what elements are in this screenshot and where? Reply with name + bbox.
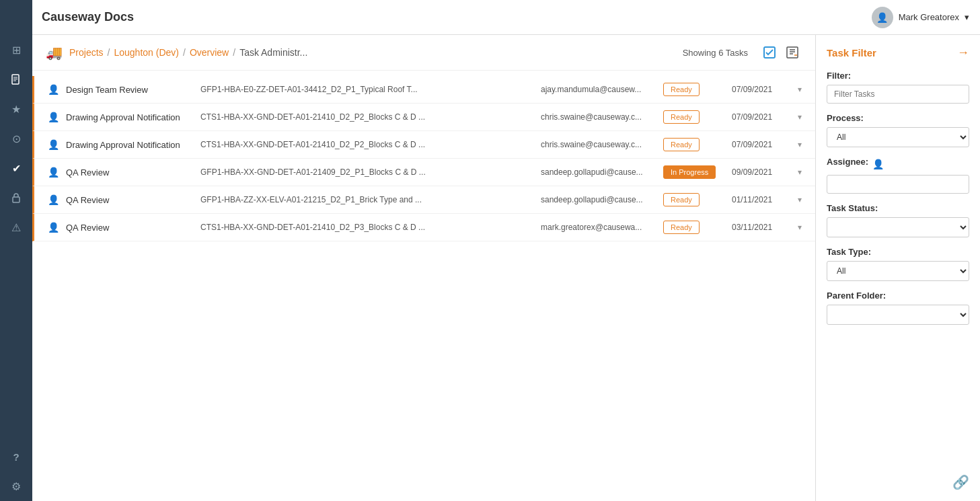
task-status: Ready <box>663 110 724 124</box>
task-row[interactable]: 👤 Design Team Review GFP1-HBA-E0-ZZ-DET-… <box>32 76 815 104</box>
status-badge: Ready <box>663 83 700 96</box>
task-status-select[interactable] <box>827 217 969 237</box>
panel-header: Task Filter → <box>827 46 969 60</box>
svg-rect-6 <box>787 47 798 58</box>
task-date: 07/09/2021 <box>732 85 792 94</box>
task-type-section: Task Type: All <box>827 247 969 281</box>
task-user-icon: 👤 <box>48 222 59 233</box>
breadcrumb: 🚚 Projects / Loughton (Dev) / Overview /… <box>32 35 815 71</box>
sep-2: / <box>183 47 186 58</box>
status-badge: Ready <box>663 193 700 206</box>
task-document: CTS1-HBA-XX-GND-DET-A01-21410_D2_P2_Bloc… <box>200 112 533 122</box>
status-badge: Ready <box>663 110 700 124</box>
avatar: 👤 <box>872 7 893 28</box>
task-row[interactable]: 👤 Drawing Approval Notification CTS1-HBA… <box>32 104 815 131</box>
sidebar-item-gear[interactable]: ⚙ <box>0 471 32 501</box>
sep-3: / <box>233 47 235 58</box>
task-date: 09/09/2021 <box>732 167 792 177</box>
process-select[interactable]: All <box>827 127 969 147</box>
sep-1: / <box>108 47 110 58</box>
sidebar-item-lock[interactable] <box>0 183 32 213</box>
task-user-icon: 👤 <box>48 194 59 205</box>
svg-rect-4 <box>13 197 20 202</box>
task-row[interactable]: 👤 QA Review CTS1-HBA-XX-GND-DET-A01-2141… <box>32 214 815 241</box>
task-name: Drawing Approval Notification <box>66 140 200 150</box>
panel-footer: 🔗 <box>827 474 969 490</box>
assignee-input[interactable] <box>827 175 969 194</box>
dropdown-arrow: ▾ <box>965 12 969 22</box>
task-status: Ready <box>663 138 724 151</box>
task-user-icon: 👤 <box>48 84 59 95</box>
breadcrumb-projects[interactable]: Projects <box>69 47 104 58</box>
task-type-select[interactable]: All <box>827 261 969 281</box>
showing-tasks: Showing 6 Tasks <box>683 48 748 58</box>
task-name: QA Review <box>66 195 200 205</box>
sidebar-item-warning[interactable]: ⚠ <box>0 213 32 242</box>
avatar-icon: 👤 <box>876 12 888 23</box>
task-status: In Progress <box>663 165 724 179</box>
task-name: Design Team Review <box>66 85 200 95</box>
task-assignee: chris.swaine@causeway.c... <box>541 112 655 122</box>
breadcrumb-current: Task Administr... <box>239 47 307 58</box>
task-name: Drawing Approval Notification <box>66 112 200 122</box>
status-badge: Ready <box>663 221 700 234</box>
sidebar-item-help[interactable]: ? <box>0 442 32 471</box>
task-type-label: Task Type: <box>827 247 969 257</box>
task-document: GFP1-HBA-E0-ZZ-DET-A01-34412_D2_P1_Typic… <box>200 85 533 94</box>
chevron-icon: ▾ <box>798 112 802 122</box>
link-icon[interactable]: 🔗 <box>952 474 969 490</box>
sidebar-item-starred[interactable]: ★ <box>0 94 32 124</box>
sidebar-item-tasks[interactable]: ✔ <box>0 153 32 183</box>
panel-arrow-btn[interactable]: → <box>957 46 969 60</box>
assignee-user-icon: 👤 <box>872 159 884 169</box>
task-row[interactable]: 👤 QA Review GFP1-HBA-XX-GND-DET-A01-2140… <box>32 159 815 186</box>
task-list: 👤 Design Team Review GFP1-HBA-E0-ZZ-DET-… <box>32 71 815 501</box>
task-user-icon: 👤 <box>48 112 59 122</box>
assignee-section: Assignee: 👤 <box>827 157 969 194</box>
app-title: Causeway Docs <box>42 10 872 24</box>
breadcrumb-overview[interactable]: Overview <box>190 47 229 58</box>
parent-folder-label: Parent Folder: <box>827 291 969 301</box>
task-date: 07/09/2021 <box>732 140 792 149</box>
parent-folder-select[interactable] <box>827 305 969 325</box>
sidebar-item-grid[interactable]: ⊞ <box>0 35 32 65</box>
user-menu[interactable]: 👤 Mark Greatorex ▾ <box>872 7 969 28</box>
user-name: Mark Greatorex <box>899 12 959 22</box>
task-name: QA Review <box>66 223 200 233</box>
app-header: ✦ Causeway Docs 👤 Mark Greatorex ▾ <box>0 0 980 35</box>
parent-folder-section: Parent Folder: <box>827 291 969 325</box>
status-badge: In Progress <box>663 165 716 179</box>
sidebar: ⊞ ★ ⊙ ✔ ⚠ ? ⚙ <box>0 0 32 501</box>
sidebar-item-settings-circle[interactable]: ⊙ <box>0 124 32 153</box>
checkbox-btn[interactable] <box>760 43 779 62</box>
task-user-icon: 👤 <box>48 139 59 150</box>
task-date: 01/11/2021 <box>732 195 792 204</box>
chevron-icon: ▾ <box>798 85 802 94</box>
chevron-icon: ▾ <box>798 223 802 232</box>
breadcrumb-icon: 🚚 <box>46 44 63 61</box>
task-status: Ready <box>663 193 724 206</box>
task-status-label: Task Status: <box>827 203 969 213</box>
task-name: QA Review <box>66 167 200 178</box>
sidebar-item-documents[interactable] <box>0 65 32 94</box>
task-date: 07/09/2021 <box>732 112 792 122</box>
panel-title: Task Filter <box>827 47 876 59</box>
process-section: Process: All <box>827 113 969 147</box>
chevron-icon: ▾ <box>798 140 802 149</box>
chevron-icon: ▾ <box>798 195 802 204</box>
filter-panel: Task Filter → Filter: Process: All Assig… <box>815 35 980 501</box>
task-assignee: mark.greatorex@causewa... <box>541 223 655 232</box>
assignee-label: Assignee: <box>827 157 868 167</box>
task-assignee: sandeep.gollapudi@cause... <box>541 195 655 204</box>
task-document: GFP1-HBA-XX-GND-DET-A01-21409_D2_P1_Bloc… <box>200 167 533 177</box>
task-row[interactable]: 👤 Drawing Approval Notification CTS1-HBA… <box>32 131 815 159</box>
task-assignee: ajay.mandumula@causew... <box>541 85 655 94</box>
export-btn[interactable] <box>783 43 802 62</box>
filter-input[interactable] <box>827 85 969 104</box>
task-row[interactable]: 👤 QA Review GFP1-HBA-ZZ-XX-ELV-A01-21215… <box>32 186 815 214</box>
task-document: GFP1-HBA-ZZ-XX-ELV-A01-21215_D2_P1_Brick… <box>200 195 533 204</box>
chevron-icon: ▾ <box>798 167 802 177</box>
task-document: CTS1-HBA-XX-GND-DET-A01-21410_D2_P2_Bloc… <box>200 140 533 149</box>
task-document: CTS1-HBA-XX-GND-DET-A01-21410_D2_P3_Bloc… <box>200 223 533 232</box>
breadcrumb-loughton[interactable]: Loughton (Dev) <box>114 47 179 58</box>
